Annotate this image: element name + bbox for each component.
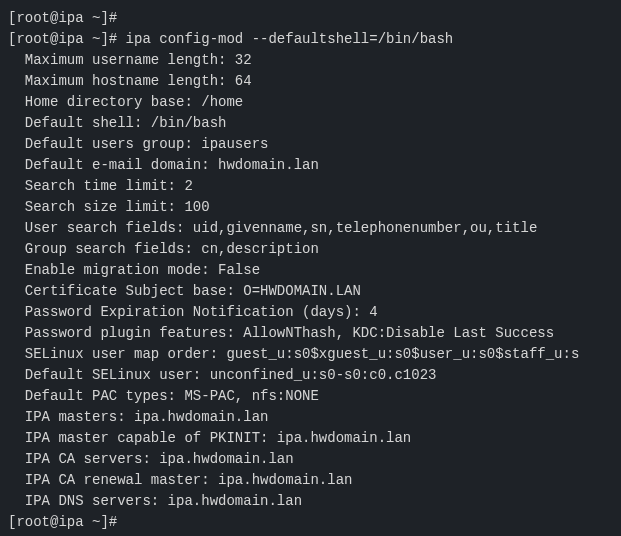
- output-line: Default e-mail domain: hwdomain.lan: [8, 155, 613, 176]
- output-line: Password Expiration Notification (days):…: [8, 302, 613, 323]
- output-line: Default SELinux user: unconfined_u:s0-s0…: [8, 365, 613, 386]
- output-line: Home directory base: /home: [8, 92, 613, 113]
- terminal-prompt-line: [root@ipa ~]#: [8, 8, 613, 29]
- terminal-prompt-line: [root@ipa ~]#: [8, 512, 613, 533]
- output-line: IPA DNS servers: ipa.hwdomain.lan: [8, 491, 613, 512]
- output-line: IPA masters: ipa.hwdomain.lan: [8, 407, 613, 428]
- output-line: Maximum username length: 32: [8, 50, 613, 71]
- prompt-text: [root@ipa ~]#: [8, 10, 117, 26]
- output-line: User search fields: uid,givenname,sn,tel…: [8, 218, 613, 239]
- output-line: Search size limit: 100: [8, 197, 613, 218]
- output-line: IPA CA servers: ipa.hwdomain.lan: [8, 449, 613, 470]
- output-line: Certificate Subject base: O=HWDOMAIN.LAN: [8, 281, 613, 302]
- output-line: SELinux user map order: guest_u:s0$xgues…: [8, 344, 613, 365]
- output-line: IPA master capable of PKINIT: ipa.hwdoma…: [8, 428, 613, 449]
- output-line: Default PAC types: MS-PAC, nfs:NONE: [8, 386, 613, 407]
- output-line: Enable migration mode: False: [8, 260, 613, 281]
- output-line: Default shell: /bin/bash: [8, 113, 613, 134]
- output-line: Group search fields: cn,description: [8, 239, 613, 260]
- output-line: Search time limit: 2: [8, 176, 613, 197]
- output-line: Default users group: ipausers: [8, 134, 613, 155]
- output-line: Password plugin features: AllowNThash, K…: [8, 323, 613, 344]
- output-line: Maximum hostname length: 64: [8, 71, 613, 92]
- output-line: IPA CA renewal master: ipa.hwdomain.lan: [8, 470, 613, 491]
- terminal-command-line: [root@ipa ~]# ipa config-mod --defaultsh…: [8, 29, 613, 50]
- command-text: [root@ipa ~]# ipa config-mod --defaultsh…: [8, 31, 453, 47]
- prompt-text: [root@ipa ~]#: [8, 514, 117, 530]
